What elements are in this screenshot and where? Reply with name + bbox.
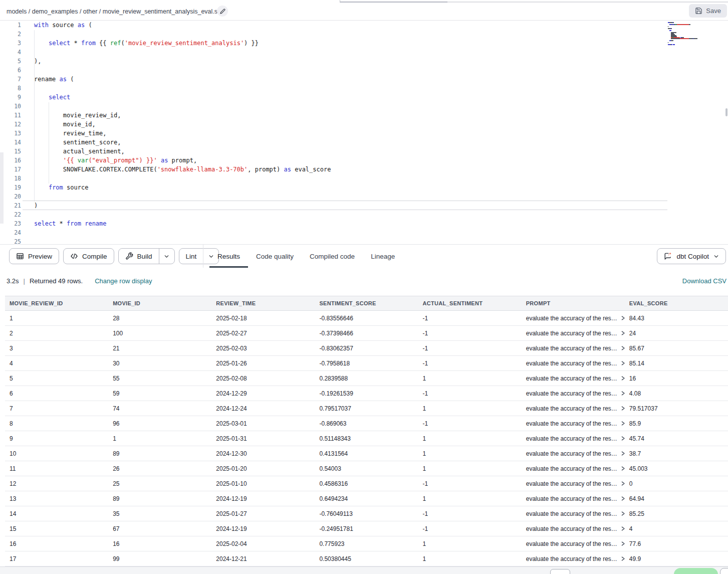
tab-compiled-code[interactable]: Compiled code [310,245,355,268]
download-csv-link[interactable]: Download CSV [682,277,726,285]
code-line[interactable]: 9 select [0,93,728,102]
table-row[interactable]: 11262025-01-200.540031evaluate the accur… [5,461,728,476]
prompt-expand-button[interactable] [620,391,625,396]
prompt-expand-button[interactable] [620,526,625,531]
prompt-expand-button[interactable] [620,345,625,351]
cell-sentiment_score: 0.775923 [315,536,418,551]
cell-eval_score: 77.6 [625,536,728,551]
bottom-right-partial-button[interactable] [720,568,728,574]
code-line[interactable]: 2 [0,30,728,39]
compile-button[interactable]: Compile [63,248,114,264]
sql-code-editor[interactable]: 1with source as (23 select * from {{ ref… [0,21,728,244]
lint-button[interactable]: Lint [179,249,204,264]
preview-button[interactable]: Preview [9,248,59,264]
code-line[interactable]: 12 movie_id, [0,120,728,129]
prompt-expand-button[interactable] [620,481,625,486]
table-row[interactable]: 3212025-02-03-0.83062357-1evaluate the a… [5,341,728,356]
code-line[interactable]: 17 SNOWFLAKE.CORTEX.COMPLETE('snowflake-… [0,165,728,174]
table-row[interactable]: 13892024-12-190.64942341evaluate the acc… [5,491,728,506]
bottom-green-pill-button[interactable] [674,568,718,574]
cell-prompt: evaluate the accuracy of the res… [522,461,625,476]
table-row[interactable]: 4302025-01-26-0.7958618-1evaluate the ac… [5,356,728,371]
prompt-expand-button[interactable] [620,466,625,471]
prompt-expand-button[interactable] [620,511,625,516]
cell-movie_review_id: 8 [5,416,108,431]
code-line[interactable]: 7rename as ( [0,75,728,84]
editor-scrollbar[interactable] [725,108,727,116]
table-row[interactable]: 10892024-12-300.41315641evaluate the acc… [5,446,728,461]
code-line[interactable]: 23select * from rename [0,219,728,228]
tab-results[interactable]: Results [217,245,240,268]
bottom-partial-button[interactable] [550,569,570,574]
code-line[interactable]: 8 [0,84,728,93]
table-row[interactable]: 1282025-02-18-0.83556646-1evaluate the a… [5,311,728,326]
prompt-preview-text: evaluate the accuracy of the res… [526,435,617,442]
code-line[interactable]: 22 [0,210,728,219]
lint-button-label: Lint [186,253,197,260]
cell-eval_score: 24 [625,326,728,340]
tab-code-quality[interactable]: Code quality [256,245,294,268]
code-text: rename as ( [21,75,74,84]
build-button[interactable]: Build [119,249,159,264]
prompt-expand-button[interactable] [620,421,625,426]
code-text: with source as ( [21,21,92,30]
table-row[interactable]: 12252025-01-100.4586316-1evaluate the ac… [5,476,728,491]
table-row[interactable]: 17992024-12-210.503804451evaluate the ac… [5,551,728,566]
tab-lineage[interactable]: Lineage [371,245,395,268]
prompt-expand-button[interactable] [620,406,625,411]
chevron-down-icon [208,253,214,260]
table-row[interactable]: 15672024-12-19-0.24951781-1evaluate the … [5,521,728,536]
cell-review_time: 2024-12-21 [211,551,315,566]
code-line[interactable]: 19 from source [0,183,728,192]
line-number: 14 [0,138,21,147]
build-options-caret[interactable] [159,249,174,264]
code-line[interactable]: 6 [0,66,728,75]
cell-sentiment_score: 0.50380445 [315,551,418,566]
code-line[interactable]: 20 [0,192,728,201]
prompt-expand-button[interactable] [620,451,625,456]
cell-movie_review_id: 5 [5,371,108,386]
table-row[interactable]: 16162025-02-040.7759231evaluate the accu… [5,536,728,551]
code-line[interactable]: 11 movie_review_id, [0,111,728,120]
code-line[interactable]: 18 [0,174,728,183]
code-line[interactable]: 21) [0,201,728,210]
table-row[interactable]: 7742024-12-240.795170371evaluate the acc… [5,401,728,416]
prompt-expand-button[interactable] [620,436,625,441]
prompt-expand-button[interactable] [620,360,625,366]
table-row[interactable]: 5552025-02-080.28395881evaluate the accu… [5,371,728,386]
expand-chevron-icon [620,481,625,486]
code-line[interactable]: 10 [0,102,728,111]
save-button[interactable]: Save [689,4,727,18]
breadcrumb-item[interactable]: demo_examples [32,8,78,15]
edit-file-button[interactable] [217,6,228,17]
table-row[interactable]: 912025-01-310.511483431evaluate the accu… [5,431,728,446]
code-line[interactable]: 15 actual_sentiment, [0,147,728,156]
prompt-expand-button[interactable] [620,315,625,321]
line-number: 13 [0,129,21,138]
prompt-expand-button[interactable] [620,330,625,336]
breadcrumb-item[interactable]: other [83,8,98,15]
code-line[interactable]: 1with source as ( [0,21,728,30]
table-row[interactable]: 14352025-01-27-0.76049113-1evaluate the … [5,506,728,521]
prompt-expand-button[interactable] [620,541,625,546]
table-row[interactable]: 6592024-12-29-0.19261539-1evaluate the a… [5,386,728,401]
breadcrumb-item[interactable]: models [7,8,27,15]
table-row[interactable]: 8962025-03-01-0.869063-1evaluate the acc… [5,416,728,431]
code-line[interactable]: 13 review_time, [0,129,728,138]
dbt-copilot-button[interactable]: dbt Copilot [657,248,726,264]
code-line[interactable]: 25 [0,237,728,244]
code-line[interactable]: 16 '{{ var("eval_prompt") }}' as prompt, [0,156,728,165]
code-line[interactable]: 14 sentiment_score, [0,138,728,147]
change-row-display-link[interactable]: Change row display [95,277,152,285]
code-line[interactable]: 3 select * from {{ ref('movie_review_sen… [0,39,728,48]
prompt-expand-button[interactable] [620,375,625,381]
prompt-expand-button[interactable] [620,556,625,561]
table-row[interactable]: 21002025-02-27-0.37398466-1evaluate the … [5,326,728,341]
minimap[interactable] [668,22,724,47]
code-line[interactable]: 24 [0,228,728,237]
breadcrumb-item[interactable]: movie_review_sentiment_analysis_eval.sql [103,8,222,15]
code-line[interactable]: 5), [0,57,728,66]
prompt-expand-button[interactable] [620,496,625,501]
lint-options-caret[interactable] [203,249,218,264]
code-line[interactable]: 4 [0,48,728,57]
